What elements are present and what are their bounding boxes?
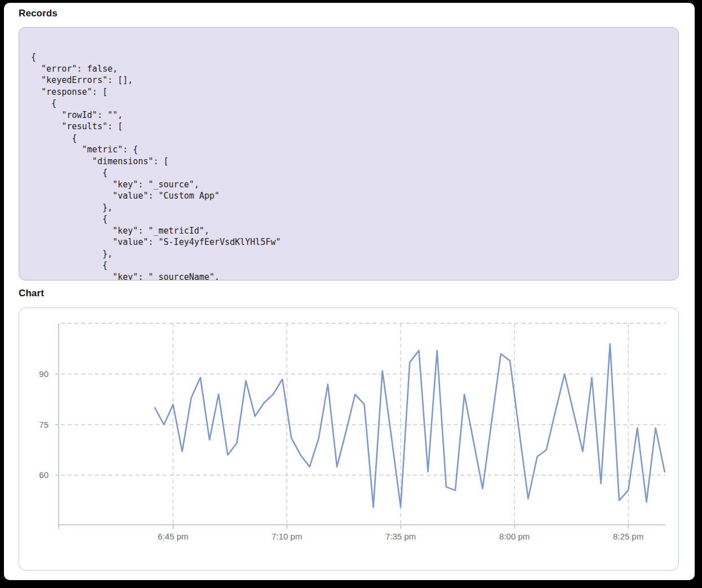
x-axis-tick-label: 7:10 pm xyxy=(271,532,302,541)
chart-series-line xyxy=(155,344,664,507)
chart-panel: 9075606:45 pm7:10 pm7:35 pm8:00 pm8:25 p… xyxy=(19,308,679,571)
records-json-code: { "error": false, "keyedErrors": [], "re… xyxy=(19,28,678,280)
line-chart[interactable]: 9075606:45 pm7:10 pm7:35 pm8:00 pm8:25 p… xyxy=(19,308,679,571)
app-window: Records { "error": false, "keyedErrors":… xyxy=(4,3,695,580)
x-axis-tick-label: 7:35 pm xyxy=(385,532,416,541)
x-axis-tick-label: 8:25 pm xyxy=(613,532,643,541)
records-section-title: Records xyxy=(19,8,58,19)
y-axis-tick-label: 75 xyxy=(39,420,49,429)
x-axis-tick-label: 6:45 pm xyxy=(158,532,188,541)
y-axis-tick-label: 60 xyxy=(39,470,49,480)
y-axis-tick-label: 90 xyxy=(39,369,49,379)
records-json-panel[interactable]: { "error": false, "keyedErrors": [], "re… xyxy=(19,27,679,280)
x-axis-tick-label: 8:00 pm xyxy=(499,532,530,541)
chart-section-title: Chart xyxy=(19,288,44,299)
